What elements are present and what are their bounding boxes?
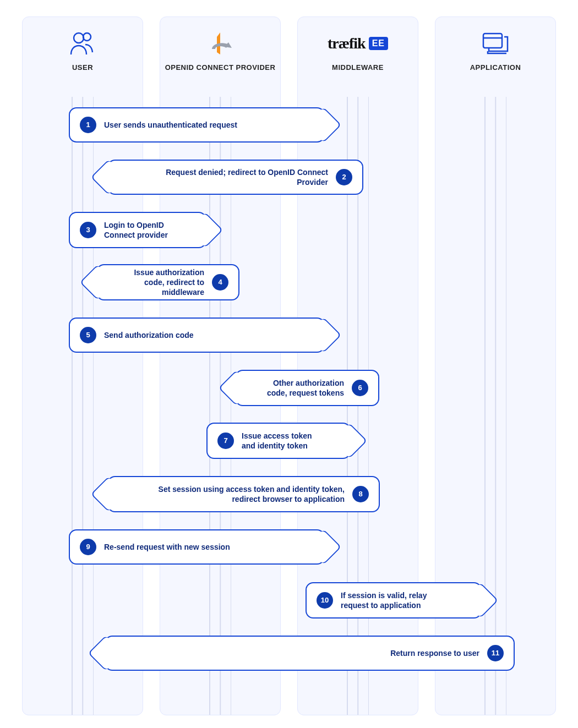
step-2: Request denied; redirect to OpenID Conne… bbox=[107, 160, 363, 195]
step-2-label: Request denied; redirect to OpenID Conne… bbox=[133, 167, 328, 187]
traefik-logo-badge: EE bbox=[369, 37, 388, 50]
step-9-label: Re-send request with new session bbox=[104, 542, 230, 552]
step-11: Return response to user 11 bbox=[105, 636, 515, 671]
step-1-label: User sends unauthenticated request bbox=[104, 120, 237, 130]
step-9: 9 Re-send request with new session bbox=[69, 529, 325, 565]
lane-application-title: APPLICATION bbox=[435, 63, 555, 72]
step-3-label: Login to OpenID Connect provider bbox=[104, 220, 181, 240]
sequence-diagram: USER OPENID CONNECT PROVIDER træfik EE M… bbox=[0, 0, 578, 728]
step-7-label: Issue access token and identity token bbox=[242, 431, 325, 451]
traefik-logo-text: træfik bbox=[328, 35, 366, 52]
lane-provider-title: OPENID CONNECT PROVIDER bbox=[160, 63, 280, 72]
step-6: Other authorization code, request tokens… bbox=[235, 370, 379, 406]
step-2-badge: 2 bbox=[336, 169, 352, 185]
application-icon bbox=[435, 28, 555, 59]
step-11-label: Return response to user bbox=[390, 648, 479, 658]
svg-point-1 bbox=[83, 33, 91, 41]
step-4-label: Issue authorization code, redirect to mi… bbox=[122, 267, 204, 298]
step-8-label: Set session using access token and ident… bbox=[133, 484, 345, 504]
step-5: 5 Send authorization code bbox=[69, 318, 325, 353]
step-10-label: If session is valid, relay request to ap… bbox=[341, 590, 456, 610]
step-1-badge: 1 bbox=[80, 117, 96, 133]
traefik-logo: træfik EE bbox=[298, 28, 418, 59]
step-4-badge: 4 bbox=[212, 274, 228, 291]
step-8-badge: 8 bbox=[352, 486, 369, 502]
step-9-badge: 9 bbox=[80, 539, 96, 555]
step-8: Set session using access token and ident… bbox=[107, 476, 380, 512]
svg-point-0 bbox=[74, 33, 84, 43]
step-4: Issue authorization code, redirect to mi… bbox=[96, 264, 239, 300]
lane-middleware-title: MIDDLEWARE bbox=[298, 63, 418, 72]
step-6-badge: 6 bbox=[352, 380, 368, 396]
user-icon bbox=[23, 28, 143, 59]
step-10-badge: 10 bbox=[317, 592, 333, 609]
step-7-badge: 7 bbox=[217, 433, 234, 449]
step-3: 3 Login to OpenID Connect provider bbox=[69, 212, 206, 248]
step-5-badge: 5 bbox=[80, 327, 96, 343]
step-10: 10 If session is valid, relay request to… bbox=[306, 582, 482, 618]
step-1: 1 User sends unauthenticated request bbox=[69, 107, 325, 143]
step-6-label: Other authorization code, request tokens bbox=[260, 378, 344, 398]
lane-user-title: USER bbox=[23, 63, 143, 72]
step-3-badge: 3 bbox=[80, 222, 96, 238]
step-11-badge: 11 bbox=[487, 645, 504, 661]
step-7: 7 Issue access token and identity token bbox=[206, 423, 351, 459]
step-5-label: Send authorization code bbox=[104, 330, 194, 340]
openid-icon bbox=[160, 28, 280, 59]
svg-rect-2 bbox=[483, 34, 502, 48]
